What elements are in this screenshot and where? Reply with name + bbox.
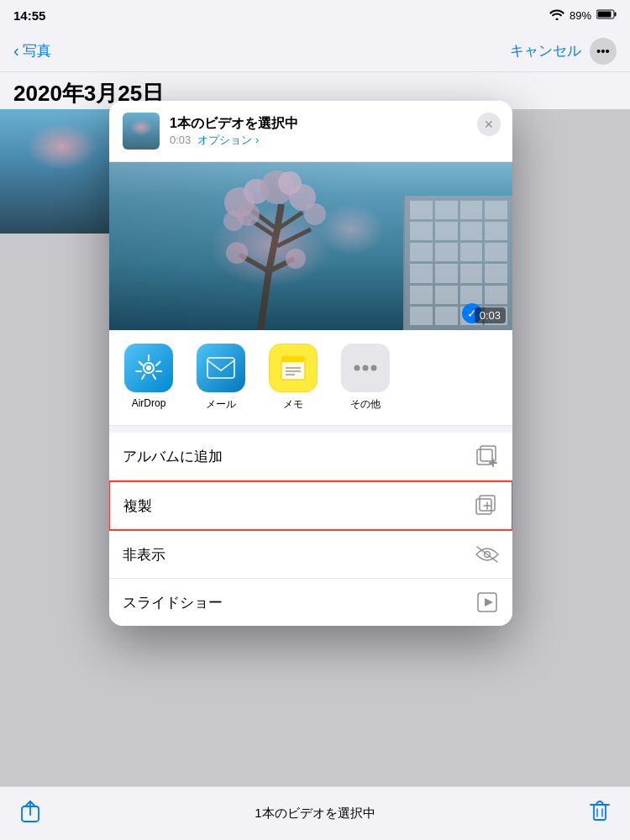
status-bar: 14:55 89% [0,0,630,30]
share-apps-row: AirDrop メール メモ [109,330,512,426]
battery-icon [596,9,617,22]
share-icon [20,800,40,823]
video-duration: 0:03 [475,307,506,323]
share-sheet: 1本のビデオを選択中 0:03 オプション › ✕ [109,101,512,626]
close-icon: ✕ [484,118,494,131]
svg-point-21 [354,365,360,371]
nav-actions: キャンセル ••• [510,38,617,65]
wifi-icon [549,8,564,23]
sheet-subtitle: 0:03 [170,134,191,146]
memo-icon [269,344,318,392]
svg-point-23 [371,365,377,371]
bottom-toolbar: 1本のビデオを選択中 [0,786,630,840]
action-add-album[interactable]: アルバムに追加 [109,433,512,480]
more-icon: ••• [596,44,610,58]
sheet-title-block: 1本のビデオを選択中 0:03 オプション › [170,115,499,148]
sheet-thumbnail-image [123,113,160,150]
svg-rect-16 [281,360,305,380]
more-label: その他 [350,397,381,412]
battery-percent: 89% [570,9,591,22]
toolbar-delete-button[interactable] [590,800,610,828]
chevron-left-icon: ‹ [13,41,19,60]
sheet-close-button[interactable]: ✕ [477,113,501,136]
more-apps-icon [341,344,390,392]
mail-app-item[interactable]: メール [192,344,250,412]
svg-point-9 [236,202,260,226]
action-list: アルバムに追加 複製 [109,433,512,626]
sheet-title: 1本のビデオを選択中 [170,115,499,133]
memo-app-item[interactable]: メモ [264,344,323,412]
memo-label: メモ [283,397,303,412]
nav-bar: ‹ 写真 キャンセル ••• [0,30,630,72]
back-button[interactable]: ‹ 写真 [13,41,51,60]
action-hide[interactable]: 非表示 [109,531,512,579]
more-app-item[interactable]: その他 [336,344,395,412]
slideshow-label: スライドショー [123,593,223,612]
svg-rect-1 [615,12,617,16]
back-label: 写真 [23,41,51,60]
svg-point-12 [286,249,306,269]
svg-point-22 [363,365,369,371]
slideshow-icon [475,591,499,614]
svg-point-7 [278,171,302,195]
more-dots-svg [354,365,377,371]
hide-label: 非表示 [123,545,165,564]
sheet-header: 1本のビデオを選択中 0:03 オプション › ✕ [109,101,512,162]
svg-rect-15 [207,358,234,378]
status-icons: 89% [549,8,617,23]
svg-rect-28 [476,499,491,514]
memo-icon-svg [280,354,307,381]
svg-rect-38 [594,805,606,820]
duplicate-label: 複製 [123,496,152,516]
toolbar-share-button[interactable] [20,800,40,828]
airdrop-icon [124,344,173,392]
thumbnail-tree-image [0,109,124,234]
airdrop-icon-svg [134,354,163,382]
hide-icon [475,543,499,566]
video-preview: ✓ 0:03 [109,162,512,330]
toolbar-center-text: 1本のビデオを選択中 [255,806,375,822]
delete-icon [590,800,610,823]
cancel-button[interactable]: キャンセル [510,41,581,60]
svg-point-10 [304,203,326,225]
add-album-label: アルバムに追加 [123,447,223,466]
more-button[interactable]: ••• [590,38,617,65]
status-time: 14:55 [13,8,45,23]
svg-point-14 [146,365,151,370]
duplicate-icon [475,494,498,517]
airdrop-label: AirDrop [132,397,166,409]
sheet-thumbnail [123,113,160,150]
options-button[interactable]: オプション › [197,133,259,148]
svg-rect-17 [281,356,305,362]
svg-marker-35 [485,598,493,606]
airdrop-app-item[interactable]: AirDrop [119,344,178,409]
mail-icon [197,344,245,392]
svg-rect-2 [598,11,612,17]
add-album-icon [475,444,499,468]
thumbnail-photo [0,109,124,234]
action-slideshow[interactable]: スライドショー [109,579,512,626]
svg-point-11 [226,242,248,264]
action-duplicate[interactable]: 複製 [109,480,512,531]
mail-icon-svg [207,357,235,379]
mail-label: メール [206,397,236,412]
